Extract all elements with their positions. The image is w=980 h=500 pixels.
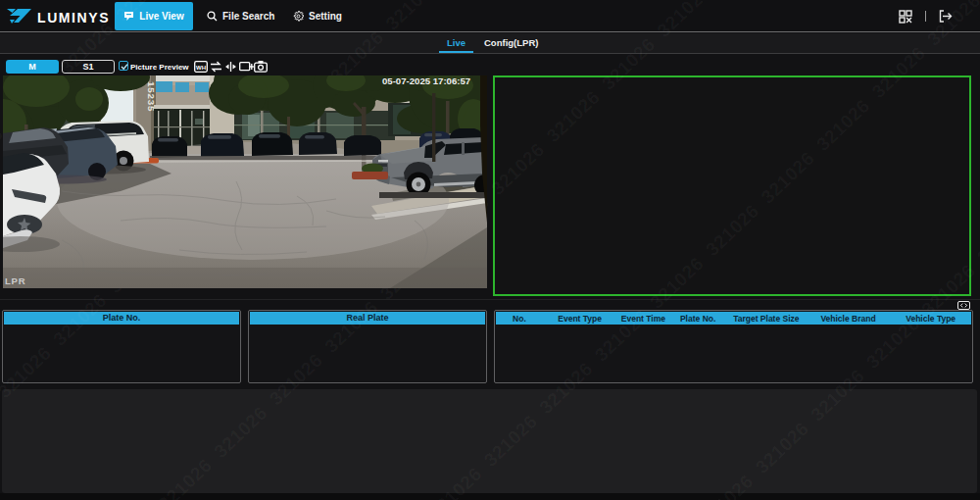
svg-text:05-07-2025 17:06:57: 05-07-2025 17:06:57 xyxy=(382,75,470,86)
svg-text:WH: WH xyxy=(196,65,206,71)
svg-text:LPR: LPR xyxy=(5,275,25,286)
